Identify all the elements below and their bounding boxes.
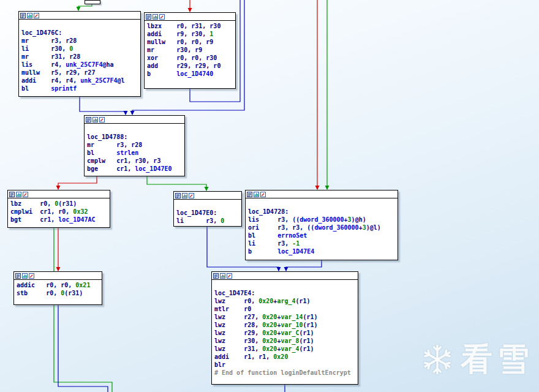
asm-line[interactable]: lwz r29, 0x20+var_C(r1) [214, 329, 355, 337]
asm-line[interactable]: li r30, 0 [21, 45, 138, 53]
node-chart-icon[interactable] [92, 117, 98, 123]
graph-canvas[interactable]: loc_1D476C:mr r3, r28li r30, 0mr r31, r2… [0, 0, 539, 392]
node-loc_1D47E4[interactable]: loc_1D47E4:lwz r0, 0x20+arg_4(r1)mtlr r0… [211, 271, 358, 385]
asm-segment: var_14 [281, 314, 303, 320]
asm-line[interactable]: mullw r5, r29, r27 [21, 69, 138, 77]
asm-line[interactable]: addi r1, r1, 0x20 [214, 353, 355, 361]
node-loc_1D4728[interactable]: loc_1D4728:lis r3, ((dword_360000+3)@h)o… [245, 190, 398, 260]
asm-line[interactable]: bl errnoSet [248, 232, 395, 239]
node-collapse-icon[interactable] [213, 273, 219, 279]
node-collapse-icon[interactable] [247, 192, 252, 197]
node-title-bar[interactable] [14, 272, 102, 280]
asm-line[interactable]: loc_1D47E0: [176, 209, 239, 217]
asm-line[interactable]: mullw r0, r0, r9 [147, 38, 233, 46]
asm-line[interactable]: mr r31, r28 [21, 53, 138, 61]
node-edit-icon[interactable] [34, 13, 39, 18]
asm-segment: lbzx r0, r31, r30 [147, 23, 221, 29]
asm-line[interactable]: lwz r30, 0x20+var_8(r1) [214, 337, 355, 345]
asm-line[interactable] [21, 21, 138, 29]
node-chart-icon[interactable] [182, 193, 187, 198]
asm-line[interactable]: stb r0, 0(r31) [17, 289, 99, 297]
node-loop-body[interactable]: lbzx r0, r31, r30addi r9, r30, 1mullw r0… [144, 12, 236, 89]
asm-line[interactable] [176, 201, 239, 209]
node-edit-icon[interactable] [189, 193, 194, 198]
node-edit-icon[interactable] [29, 273, 34, 279]
node-encrypt-store[interactable]: addic r0, r0, 0x21stb r0, 0(r31) [13, 271, 102, 305]
node-collapse-icon[interactable] [146, 14, 151, 20]
asm-line[interactable]: lbz r0, 0(r31) [10, 200, 107, 208]
node-chart-icon[interactable] [22, 273, 28, 279]
asm-segment: li r30, [21, 45, 69, 52]
asm-line[interactable]: addi r9, r30, 1 [147, 30, 233, 38]
asm-line[interactable]: bgt cr1, loc_1D47AC [10, 216, 107, 224]
asm-line[interactable]: bl sprintf [21, 85, 138, 92]
asm-line[interactable]: lwz r27, 0x20+var_14(r1) [214, 313, 355, 321]
asm-line[interactable]: addi r4, r4, unk_25C7F4@l [21, 77, 138, 85]
node-collapse-icon[interactable] [175, 193, 181, 198]
asm-line[interactable]: mr r30, r9 [147, 46, 233, 54]
node-collapse-icon[interactable] [86, 117, 91, 123]
asm-line[interactable]: cmplw cr1, r30, r3 [87, 157, 182, 165]
node-collapse-icon[interactable] [15, 273, 21, 279]
node-loc_1D476C[interactable]: loc_1D476C:mr r3, r28li r30, 0mr r31, r2… [18, 11, 141, 97]
node-chart-icon[interactable] [16, 192, 21, 197]
asm-line[interactable]: lwz r0, 0x20+arg_4(r1) [214, 297, 355, 305]
node-loc_1D4788[interactable]: loc_1D4788:mr r3, r28bl strlencmplw cr1,… [84, 115, 185, 176]
node-char-test[interactable]: lbz r0, 0(r31)cmplwi cr1, r0, 0x32bgt cr… [7, 190, 110, 228]
asm-line[interactable]: addic r0, r0, 0x21 [17, 281, 99, 289]
node-title-bar[interactable] [8, 190, 110, 198]
asm-line[interactable]: xor r0, r0, r30 [147, 54, 233, 62]
node-title-bar[interactable] [19, 12, 140, 20]
node-title-bar[interactable] [145, 13, 235, 21]
asm-segment: mr r31, r28 [21, 53, 80, 60]
node-title-bar[interactable] [246, 190, 398, 198]
asm-line[interactable]: blr [214, 361, 355, 369]
asm-line[interactable]: bl strlen [87, 149, 182, 157]
asm-line[interactable]: lwz r31, 0x20+var_4(r1) [214, 345, 355, 353]
node-chart-icon[interactable] [254, 192, 259, 197]
asm-segment: b [248, 248, 277, 255]
node-title-bar[interactable] [85, 116, 184, 124]
asm-segment: li r3, [176, 217, 221, 224]
node-edit-icon[interactable] [260, 192, 266, 197]
asm-line[interactable]: loc_1D476C: [21, 29, 138, 37]
node-chart-icon[interactable] [153, 14, 158, 20]
asm-line[interactable]: lis r4, unk_25C7F4@ha [21, 61, 138, 69]
asm-line[interactable]: loc_1D4788: [87, 133, 182, 141]
node-collapse-icon[interactable] [20, 13, 26, 18]
node-title-bar[interactable] [174, 192, 241, 200]
asm-line[interactable]: lis r3, ((dword_360000+3)@h) [248, 216, 395, 224]
asm-segment: bl [248, 232, 277, 239]
asm-line[interactable]: li r3, 0 [176, 217, 239, 225]
asm-line[interactable]: lbzx r0, r31, r30 [147, 22, 233, 30]
asm-line[interactable] [87, 125, 182, 133]
asm-line[interactable]: bge cr1, loc_1D47E0 [87, 165, 182, 173]
node-title-bar[interactable] [212, 272, 358, 280]
asm-line[interactable]: mr r3, r28 [21, 37, 138, 45]
node-edit-icon[interactable] [227, 273, 232, 279]
asm-line[interactable]: # End of function loginDefaultEncrypt [214, 369, 355, 377]
asm-line[interactable]: li r3, -1 [248, 239, 395, 247]
asm-line[interactable]: b loc_1D47E4 [248, 247, 395, 255]
asm-segment: xor r0, r0, r30 [147, 55, 217, 61]
asm-line[interactable]: mtlr r0 [214, 305, 355, 313]
node-collapse-icon[interactable] [9, 192, 15, 197]
node-loc_1D47E0[interactable]: loc_1D47E0:li r3, 0 [173, 191, 242, 227]
asm-line[interactable] [214, 281, 355, 289]
asm-line[interactable]: loc_1D4728: [248, 208, 395, 216]
node-chart-icon[interactable] [27, 13, 32, 18]
node-edit-icon[interactable] [23, 192, 28, 197]
asm-line[interactable]: mr r3, r28 [87, 141, 182, 149]
asm-line[interactable]: cmplwi cr1, r0, 0x32 [10, 208, 107, 216]
node-edit-icon[interactable] [159, 14, 165, 20]
asm-segment: 0 [221, 217, 224, 224]
asm-line[interactable]: loc_1D47E4: [214, 289, 355, 297]
node-chart-icon[interactable] [220, 273, 225, 279]
asm-line[interactable]: ori r3, r3, ((dword_360000+3)@l) [248, 224, 395, 232]
asm-line[interactable] [248, 200, 395, 208]
partial-node-top-stub[interactable] [85, 0, 100, 4]
asm-line[interactable]: add r29, r29, r0 [147, 62, 233, 70]
asm-line[interactable]: lwz r28, 0x20+var_10(r1) [214, 321, 355, 329]
node-edit-icon[interactable] [99, 117, 105, 123]
asm-line[interactable]: b loc_1D4740 [147, 70, 233, 78]
